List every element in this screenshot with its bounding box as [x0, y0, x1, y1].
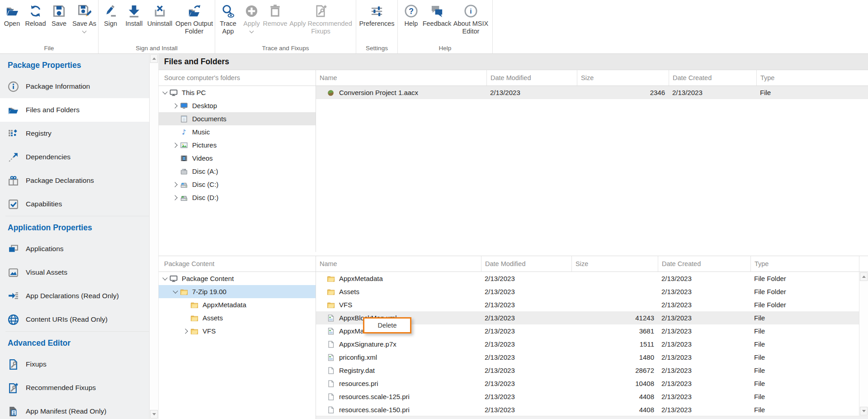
tree-item-documents[interactable]: Documents: [159, 112, 316, 125]
scroll-up-button[interactable]: [860, 272, 868, 281]
sidebar-item-visual-assets[interactable]: Visual Assets: [0, 261, 149, 284]
package-list-header: Name Date Modified Size Date Created Typ…: [316, 256, 868, 272]
tree-item-pictures[interactable]: Pictures: [159, 138, 316, 152]
scroll-down-button[interactable]: [860, 407, 868, 415]
package-list-scrollbar[interactable]: [859, 272, 868, 416]
column-header-date-created[interactable]: Date Created: [669, 70, 756, 86]
column-header-date-modified[interactable]: Date Modified: [481, 256, 571, 271]
tree-item-desktop[interactable]: Desktop: [159, 99, 316, 112]
tree-item-7zip[interactable]: 7-Zip 19.00: [159, 285, 316, 298]
open-output-folder-button[interactable]: Open Output Folder: [174, 4, 215, 35]
chevron-right-icon[interactable]: [172, 143, 177, 148]
file-row-resources-scale-125[interactable]: resources.scale-125.pri 2/13/2023 4408 2…: [316, 390, 859, 403]
column-header-date-modified[interactable]: Date Modified: [486, 70, 577, 86]
tree-item-appxmetadata[interactable]: AppxMetadata: [159, 298, 316, 311]
save-button[interactable]: Save: [47, 4, 71, 28]
triangle-up-icon: [152, 57, 156, 60]
help-button-label: Help: [405, 20, 418, 28]
sidebar-item-recommended-fixups[interactable]: Recommended Fixups: [0, 376, 149, 400]
desktop-icon: [180, 102, 188, 110]
chevron-down-icon[interactable]: [162, 89, 167, 94]
scroll-up-button[interactable]: [150, 54, 158, 63]
reload-icon: [28, 4, 42, 18]
file-row-conversion-project[interactable]: Conversion Project 1.aacx 2/13/2023 2346…: [316, 86, 868, 99]
globe-icon: [8, 314, 19, 325]
tree-item-package-content[interactable]: Package Content: [159, 272, 316, 285]
sidebar-heading-application-properties: Application Properties: [0, 216, 149, 237]
ribbon-group-help: Help Feedback About MSIX Editor Help: [398, 0, 493, 53]
open-button[interactable]: Open: [0, 4, 24, 28]
file-row-assets[interactable]: Assets 2/13/2023 2/13/2023 File Folder: [316, 285, 859, 298]
file-row-vfs[interactable]: VFS 2/13/2023 2/13/2023 File Folder: [316, 298, 859, 311]
tree-item-assets[interactable]: Assets: [159, 311, 316, 324]
remove-button[interactable]: Remove: [264, 4, 287, 28]
sidebar-item-capabilities[interactable]: Capabilities: [0, 192, 149, 216]
sidebar-item-dependencies[interactable]: Dependencies: [0, 145, 149, 169]
file-row-resources-scale-150[interactable]: resources.scale-150.pri 2/13/2023 4408 2…: [316, 403, 859, 416]
chevron-down-icon[interactable]: [250, 29, 254, 33]
trace-app-button[interactable]: Trace App: [217, 4, 240, 35]
tree-item-disc-d[interactable]: Disc (D:): [159, 191, 316, 204]
preferences-button[interactable]: Preferences: [359, 4, 395, 28]
sidebar-item-app-declarations[interactable]: App Declarations (Read Only): [0, 284, 149, 308]
file-row-resources-pri[interactable]: resources.pri 2/13/2023 10408 2/13/2023 …: [316, 377, 859, 390]
file-row-appxmetadata[interactable]: AppxMetadata 2/13/2023 2/13/2023 File Fo…: [316, 272, 859, 285]
tree-item-this-pc[interactable]: This PC: [159, 86, 316, 99]
chevron-right-icon[interactable]: [172, 195, 177, 200]
apply-recommended-fixups-button[interactable]: Apply Recommended Fixups: [287, 4, 355, 35]
sign-button[interactable]: Sign: [99, 4, 123, 28]
column-header-type[interactable]: Type: [756, 70, 868, 86]
chevron-down-icon[interactable]: [162, 275, 167, 280]
sidebar-scrollbar[interactable]: [149, 54, 159, 419]
save-as-button-label: Save As: [72, 20, 96, 28]
sidebar-item-applications[interactable]: Applications: [0, 237, 149, 261]
about-msix-editor-button[interactable]: About MSIX Editor: [451, 4, 491, 35]
tree-item-disc-c[interactable]: Disc (C:): [159, 178, 316, 191]
help-button[interactable]: Help: [400, 4, 423, 28]
files-folders-icon: [8, 105, 19, 116]
folder-icon: [180, 288, 188, 295]
chevron-down-icon[interactable]: [82, 29, 87, 33]
file-row-priconfig[interactable]: priconfig.xml 2/13/2023 1480 2/13/2023 F…: [316, 351, 859, 364]
sidebar-item-fixups[interactable]: Fixups: [0, 352, 149, 376]
sidebar-item-app-manifest[interactable]: App Manifest (Read Only): [0, 400, 149, 419]
save-as-button[interactable]: Save As: [71, 4, 98, 33]
column-header-size[interactable]: Size: [571, 256, 658, 271]
sign-pencil-icon: [104, 4, 118, 18]
capabilities-check-icon: [8, 199, 19, 210]
install-button[interactable]: Install: [123, 4, 146, 28]
feedback-button[interactable]: Feedback: [423, 4, 451, 28]
sidebar-item-files-and-folders[interactable]: Files and Folders: [0, 98, 149, 122]
column-header-type[interactable]: Type: [750, 256, 859, 271]
project-file-icon: [327, 89, 335, 96]
horizontal-scrollbar-track[interactable]: [316, 416, 868, 419]
apply-button[interactable]: Apply: [240, 4, 264, 33]
uninstall-button[interactable]: Uninstall: [146, 4, 174, 28]
disk-drive-icon: [180, 181, 188, 188]
sidebar-item-package-information[interactable]: Package Information: [0, 75, 149, 98]
tree-item-vfs[interactable]: VFS: [159, 324, 316, 338]
scroll-down-button[interactable]: [150, 410, 158, 419]
sidebar-item-registry[interactable]: Registry: [0, 122, 149, 145]
source-files-list: Name Date Modified Size Date Created Typ…: [316, 70, 868, 252]
chevron-right-icon[interactable]: [183, 329, 188, 333]
chevron-right-icon[interactable]: [172, 182, 177, 187]
chevron-right-icon[interactable]: [172, 103, 177, 108]
file-row-appxsignature[interactable]: AppxSignature.p7x 2/13/2023 1511 2/13/20…: [316, 338, 859, 351]
column-header-name[interactable]: Name: [316, 256, 481, 271]
tree-item-music[interactable]: ♪ Music: [159, 125, 316, 138]
sidebar-item-package-declarations[interactable]: Package Declarations: [0, 169, 149, 192]
reload-button[interactable]: Reload: [24, 4, 47, 28]
file-row-registry-dat[interactable]: Registry.dat 2/13/2023 28672 2/13/2023 F…: [316, 364, 859, 377]
trace-app-button-label: Trace App: [217, 20, 240, 35]
chevron-down-icon[interactable]: [173, 288, 178, 293]
column-header-size[interactable]: Size: [577, 70, 669, 86]
context-menu-item-delete[interactable]: Delete: [378, 322, 397, 329]
column-header-name[interactable]: Name: [316, 70, 486, 86]
apply-recommended-fixups-label: Apply Recommended Fixups: [287, 20, 355, 35]
tree-item-disc-a[interactable]: Disc (A:): [159, 165, 316, 178]
column-header-date-created[interactable]: Date Created: [658, 256, 750, 271]
disk-drive-icon: [180, 194, 188, 201]
tree-item-videos[interactable]: Videos: [159, 152, 316, 165]
sidebar-item-content-uris[interactable]: Content URIs (Read Only): [0, 308, 149, 331]
